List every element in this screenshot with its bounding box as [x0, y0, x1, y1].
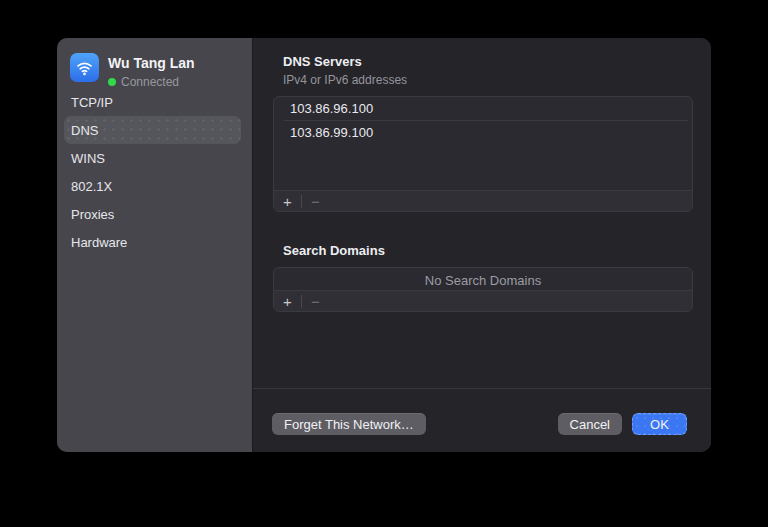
search-domains-title: Search Domains [283, 243, 693, 258]
search-list-toolbar: + − [274, 290, 692, 311]
remove-dns-server-button[interactable]: − [302, 192, 329, 211]
dns-server-row[interactable]: 103.86.99.100 [274, 121, 692, 144]
forget-network-button[interactable]: Forget This Network… [272, 413, 426, 435]
ok-button[interactable]: OK [632, 413, 687, 435]
connected-dot-icon [108, 78, 116, 86]
dns-pane: DNS Servers IPv4 or IPv6 addresses 103.8… [253, 38, 711, 452]
remove-search-domain-button[interactable]: − [302, 292, 329, 311]
sidebar-item-hardware[interactable]: Hardware [64, 228, 241, 256]
footer: Forget This Network… Cancel OK [272, 413, 687, 435]
dns-servers-list: 103.86.96.100 103.86.99.100 + − [273, 96, 693, 212]
wifi-icon [70, 53, 99, 82]
add-search-domain-button[interactable]: + [274, 292, 301, 311]
dns-list-toolbar: + − [274, 190, 692, 211]
search-domains-section: Search Domains No Search Domains + − [273, 243, 693, 312]
sidebar-item-dns[interactable]: DNS [64, 116, 241, 144]
no-search-domains-placeholder: No Search Domains [274, 268, 692, 292]
network-header: Wu Tang Lan Connected [70, 53, 195, 89]
dns-servers-title: DNS Servers [283, 54, 693, 69]
network-settings-window: Wu Tang Lan Connected TCP/IP DNS WINS 80… [57, 38, 711, 452]
cancel-button[interactable]: Cancel [558, 413, 622, 435]
sidebar-item-proxies[interactable]: Proxies [64, 200, 241, 228]
footer-separator [253, 388, 711, 389]
add-dns-server-button[interactable]: + [274, 192, 301, 211]
dns-servers-subtitle: IPv4 or IPv6 addresses [283, 73, 693, 87]
network-name: Wu Tang Lan [108, 55, 195, 71]
sidebar-item-wins[interactable]: WINS [64, 144, 241, 172]
sidebar-item-8021x[interactable]: 802.1X [64, 172, 241, 200]
dns-server-row[interactable]: 103.86.96.100 [274, 97, 692, 120]
dns-servers-section: DNS Servers IPv4 or IPv6 addresses 103.8… [273, 54, 693, 212]
sidebar: Wu Tang Lan Connected TCP/IP DNS WINS 80… [57, 38, 253, 452]
search-domains-list: No Search Domains + − [273, 267, 693, 312]
network-titles: Wu Tang Lan Connected [108, 53, 195, 89]
sidebar-item-tcpip[interactable]: TCP/IP [64, 88, 241, 116]
network-status: Connected [108, 75, 195, 89]
sidebar-list: TCP/IP DNS WINS 802.1X Proxies Hardware [57, 88, 252, 256]
network-status-label: Connected [121, 75, 179, 89]
